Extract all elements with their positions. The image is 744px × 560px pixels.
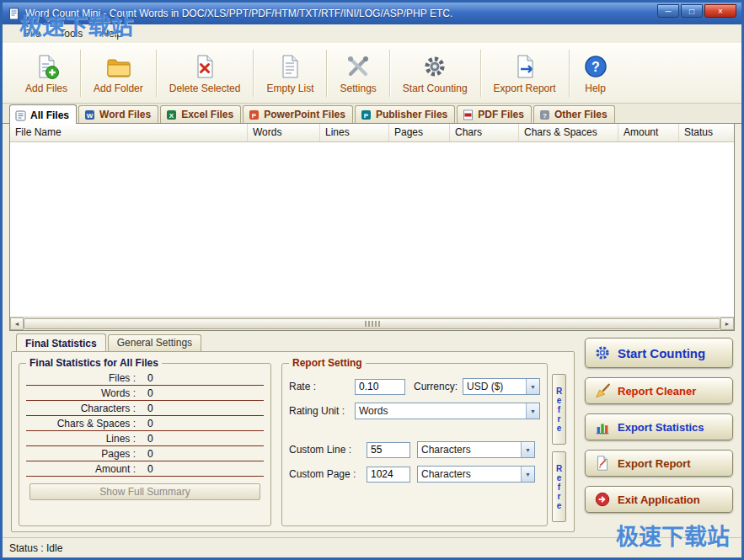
table-header: File Name Words Lines Pages Chars Chars … <box>10 124 734 142</box>
currency-label: Currency: <box>414 381 463 392</box>
custom-page-label: Custom Page : <box>289 468 367 480</box>
stat-row-chars-spaces: Chars & Spaces : 0 <box>26 416 264 431</box>
menu-bar: File Tools Help <box>3 24 741 43</box>
export-report-icon <box>511 53 538 80</box>
report-group-title: Report Setting <box>289 357 366 369</box>
custom-line-unit-select[interactable]: Characters ▼ <box>417 441 535 458</box>
custom-page-input[interactable] <box>367 467 410 483</box>
start-counting-icon <box>594 344 611 361</box>
excel-file-icon: X <box>166 109 177 120</box>
action-label: Report Cleaner <box>618 385 696 397</box>
rate-input[interactable] <box>355 379 405 395</box>
column-lines[interactable]: Lines <box>320 124 389 141</box>
scroll-left-icon[interactable]: ◄ <box>10 317 24 330</box>
toolbar-delete-selected-button[interactable]: Delete Selected <box>157 50 254 98</box>
currency-value: USD ($) <box>463 381 526 392</box>
table-body <box>10 142 734 317</box>
app-window: Word Count Mini - Count Words in DOC/XLS… <box>0 0 744 560</box>
column-file-name[interactable]: File Name <box>10 124 248 141</box>
pdf-file-icon <box>463 109 474 120</box>
column-chars[interactable]: Chars <box>450 124 519 141</box>
rating-unit-select[interactable]: Words ▼ <box>355 403 540 419</box>
export-report-button[interactable]: Export Report <box>585 450 733 477</box>
tab-general-settings[interactable]: General Settings <box>108 334 201 351</box>
column-pages[interactable]: Pages <box>389 124 450 141</box>
custom-page-unit-select[interactable]: Characters ▼ <box>417 466 535 483</box>
stat-value: 0 <box>147 433 153 445</box>
scroll-right-icon[interactable]: ► <box>720 317 734 330</box>
app-icon <box>8 8 20 20</box>
stat-label: Files : <box>26 372 136 384</box>
toolbar-export-report-button[interactable]: Export Report <box>481 50 569 98</box>
toolbar-help-button[interactable]: ? Help <box>570 50 622 98</box>
svg-text:?: ? <box>543 111 547 119</box>
tab-word-files[interactable]: W Word Files <box>78 105 158 123</box>
scrollbar-thumb[interactable] <box>24 318 720 329</box>
column-status[interactable]: Status <box>679 124 734 141</box>
file-type-tabs: All Files W Word Files X Excel Files P P… <box>3 104 741 124</box>
svg-text:P: P <box>252 111 257 119</box>
toolbar-label: Delete Selected <box>169 83 241 94</box>
stat-label: Pages : <box>26 448 136 460</box>
column-chars-spaces[interactable]: Chars & Spaces <box>519 124 618 141</box>
maximize-button[interactable]: □ <box>681 4 703 18</box>
custom-page-unit-value: Characters <box>418 468 521 480</box>
menu-help[interactable]: Help <box>101 28 122 40</box>
scrollbar-grip-icon <box>365 321 380 327</box>
toolbar-empty-list-button[interactable]: Empty List <box>254 50 326 98</box>
tab-publisher-files[interactable]: P Publisher Files <box>355 105 455 123</box>
tab-all-files[interactable]: All Files <box>9 104 77 124</box>
custom-line-label: Custom Line : <box>289 444 367 456</box>
stat-value: 0 <box>147 387 153 399</box>
toolbar: Add Files Add Folder Delete Selected Emp… <box>3 43 741 104</box>
add-folder-icon <box>104 53 131 80</box>
document-pencil-icon <box>594 455 611 472</box>
custom-page-row: Custom Page : Characters ▼ <box>289 466 540 483</box>
tab-other-files[interactable]: ? Other Files <box>533 105 615 123</box>
dropdown-arrow-icon: ▼ <box>526 403 539 419</box>
minimize-button[interactable]: ─ <box>657 4 679 18</box>
menu-tools[interactable]: Tools <box>59 28 83 40</box>
tab-label: All Files <box>30 109 69 121</box>
other-file-icon: ? <box>539 109 550 120</box>
column-words[interactable]: Words <box>248 124 320 141</box>
export-statistics-button[interactable]: Export Statistics <box>585 413 733 440</box>
empty-list-icon <box>276 53 303 80</box>
show-full-summary-button[interactable]: Show Full Summary <box>29 483 260 500</box>
toolbar-add-files-button[interactable]: Add Files <box>13 50 80 98</box>
dropdown-arrow-icon: ▼ <box>526 379 539 394</box>
dropdown-arrow-icon: ▼ <box>521 442 534 457</box>
stat-label: Chars & Spaces : <box>26 418 136 429</box>
tab-powerpoint-files[interactable]: P PowerPoint Files <box>243 105 353 123</box>
stat-label: Characters : <box>26 403 136 414</box>
start-counting-button[interactable]: Start Counting <box>585 338 733 368</box>
toolbar-add-folder-button[interactable]: Add Folder <box>81 50 156 98</box>
tab-pdf-files[interactable]: PDF Files <box>457 105 532 123</box>
custom-line-unit-value: Characters <box>418 444 521 456</box>
tab-excel-files[interactable]: X Excel Files <box>160 105 241 123</box>
status-bar: Status : Idle <box>3 537 741 557</box>
horizontal-scrollbar[interactable]: ◄ ► <box>10 317 734 330</box>
toolbar-label: Add Folder <box>94 83 143 94</box>
refresh-button-bottom[interactable]: Refre <box>552 451 566 522</box>
menu-file[interactable]: File <box>24 28 40 40</box>
stat-label: Lines : <box>26 433 136 445</box>
toolbar-settings-button[interactable]: Settings <box>327 50 388 98</box>
close-button[interactable]: × <box>704 4 736 18</box>
refresh-button-top[interactable]: Refre <box>552 374 566 445</box>
exit-application-button[interactable]: Exit Application <box>585 486 733 513</box>
currency-select[interactable]: USD ($) ▼ <box>463 378 540 395</box>
custom-line-row: Custom Line : Characters ▼ <box>289 441 540 458</box>
tab-final-statistics[interactable]: Final Statistics <box>16 333 106 352</box>
rate-label: Rate : <box>289 381 355 392</box>
toolbar-start-counting-button[interactable]: Start Counting <box>390 50 480 98</box>
rate-row: Rate : Currency: USD ($) ▼ <box>289 378 540 395</box>
column-amount[interactable]: Amount <box>618 124 679 141</box>
toolbar-label: Help <box>585 83 606 94</box>
toolbar-label: Empty List <box>266 83 313 94</box>
delete-selected-icon <box>191 53 218 80</box>
publisher-file-icon: P <box>361 109 372 120</box>
help-icon: ? <box>582 53 609 80</box>
report-cleaner-button[interactable]: Report Cleaner <box>585 377 733 404</box>
custom-line-input[interactable] <box>367 442 410 458</box>
